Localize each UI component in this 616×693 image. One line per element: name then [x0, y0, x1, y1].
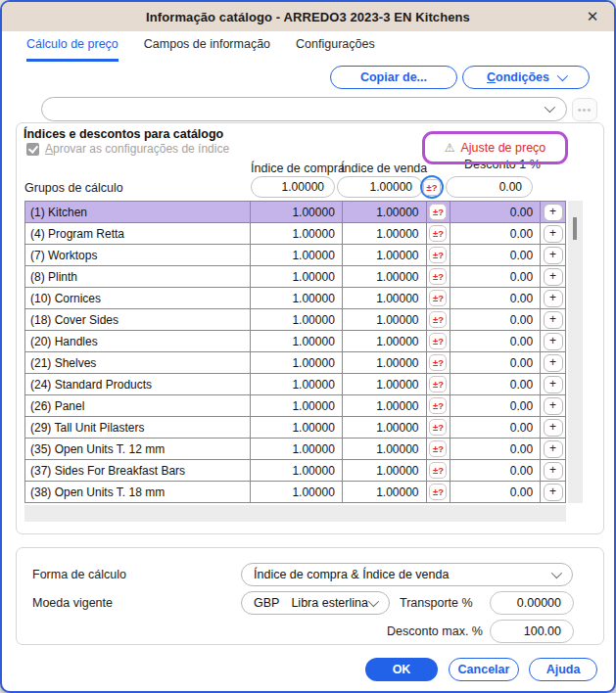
- row-add-button[interactable]: +: [544, 419, 563, 437]
- row-compra-value[interactable]: 1.00000: [250, 460, 342, 481]
- row-venda-value[interactable]: 1.00000: [342, 223, 426, 244]
- row-desconto-value[interactable]: 0.00: [450, 288, 540, 308]
- table-row[interactable]: (20) Handles 1.00000 1.00000 ±? 0.00 +: [24, 331, 566, 352]
- row-compra-value[interactable]: 1.00000: [250, 223, 342, 244]
- help-button[interactable]: Ajuda: [529, 658, 597, 681]
- table-row[interactable]: (29) Tall Unit Pilasters 1.00000 1.00000…: [24, 417, 566, 439]
- table-row[interactable]: (4) Program Retta 1.00000 1.00000 ±? 0.0…: [24, 223, 566, 245]
- tab-calculo-de-preco[interactable]: Cálculo de preço: [26, 37, 118, 62]
- row-add-button[interactable]: +: [544, 311, 563, 329]
- row-venda-value[interactable]: 1.00000: [342, 331, 426, 351]
- desconto-max-input[interactable]: 100.00: [490, 620, 574, 643]
- transporte-input[interactable]: 0.00000: [490, 591, 574, 615]
- row-add-button[interactable]: +: [544, 247, 563, 264]
- row-add-button[interactable]: +: [544, 484, 563, 501]
- row-add-button[interactable]: +: [544, 268, 563, 286]
- row-plusminus-button[interactable]: ±?: [429, 247, 447, 263]
- table-row[interactable]: (24) Standard Products 1.00000 1.00000 ±…: [24, 374, 566, 395]
- table-row[interactable]: (8) Plinth 1.00000 1.00000 ±? 0.00 +: [24, 266, 566, 288]
- row-compra-value[interactable]: 1.00000: [250, 288, 342, 308]
- row-add-button[interactable]: +: [544, 376, 563, 393]
- row-plusminus-button[interactable]: ±?: [429, 204, 447, 220]
- close-icon[interactable]: ✕: [583, 7, 602, 26]
- approve-index-settings-checkbox[interactable]: Aprovar as configurações de índice: [26, 142, 229, 156]
- row-desconto-value[interactable]: 0.00: [450, 202, 540, 222]
- tab-campos-de-informacao[interactable]: Campos de informação: [144, 37, 270, 62]
- row-add-button[interactable]: +: [544, 354, 563, 372]
- row-plusminus-button[interactable]: ±?: [429, 419, 447, 436]
- row-plusminus-button[interactable]: ±?: [429, 376, 447, 393]
- table-row[interactable]: (35) Open Units T. 12 mm 1.00000 1.00000…: [24, 439, 566, 460]
- scrollbar-thumb[interactable]: [573, 217, 577, 240]
- row-plusminus-button[interactable]: ±?: [429, 290, 447, 306]
- row-desconto-value[interactable]: 0.00: [450, 331, 540, 351]
- table-row[interactable]: (21) Shelves 1.00000 1.00000 ±? 0.00 +: [24, 352, 566, 374]
- table-row[interactable]: (26) Panel 1.00000 1.00000 ±? 0.00 +: [24, 395, 566, 417]
- row-venda-value[interactable]: 1.00000: [342, 245, 426, 265]
- conditions-button[interactable]: Condições: [462, 66, 590, 89]
- row-venda-value[interactable]: 1.00000: [342, 288, 426, 308]
- row-venda-value[interactable]: 1.00000: [342, 202, 426, 222]
- row-plusminus-button[interactable]: ±?: [429, 225, 447, 242]
- row-desconto-value[interactable]: 0.00: [450, 460, 540, 481]
- row-desconto-value[interactable]: 0.00: [450, 482, 540, 502]
- row-venda-value[interactable]: 1.00000: [342, 395, 426, 416]
- header-compra-input[interactable]: 1.00000: [251, 176, 335, 198]
- table-row[interactable]: (38) Open Units T. 18 mm 1.00000 1.00000…: [24, 482, 566, 503]
- row-plusminus-button[interactable]: ±?: [429, 397, 447, 414]
- header-desconto-input[interactable]: 0.00: [446, 176, 533, 198]
- row-compra-value[interactable]: 1.00000: [250, 309, 342, 330]
- row-desconto-value[interactable]: 0.00: [450, 266, 540, 287]
- copy-from-button[interactable]: Copiar de...: [330, 66, 457, 89]
- header-venda-input[interactable]: 1.00000: [337, 176, 423, 198]
- ok-button[interactable]: OK: [365, 658, 438, 681]
- row-desconto-value[interactable]: 0.00: [450, 352, 540, 373]
- table-row[interactable]: (37) Sides For Breakfast Bars 1.00000 1.…: [24, 460, 566, 482]
- row-add-button[interactable]: +: [544, 462, 563, 480]
- row-compra-value[interactable]: 1.00000: [250, 439, 342, 459]
- row-plusminus-button[interactable]: ±?: [429, 462, 447, 479]
- row-desconto-value[interactable]: 0.00: [450, 395, 540, 416]
- table-vertical-scrollbar[interactable]: [568, 201, 583, 503]
- row-plusminus-button[interactable]: ±?: [429, 333, 447, 349]
- row-desconto-value[interactable]: 0.00: [450, 374, 540, 394]
- row-plusminus-button[interactable]: ±?: [429, 268, 447, 285]
- row-plusminus-button[interactable]: ±?: [429, 354, 447, 371]
- table-horizontal-scrollbar[interactable]: [24, 505, 566, 522]
- row-venda-value[interactable]: 1.00000: [342, 266, 426, 287]
- table-row[interactable]: (7) Worktops 1.00000 1.00000 ±? 0.00 +: [24, 245, 566, 266]
- row-compra-value[interactable]: 1.00000: [250, 245, 342, 265]
- row-compra-value[interactable]: 1.00000: [250, 417, 342, 438]
- row-desconto-value[interactable]: 0.00: [450, 309, 540, 330]
- catalog-combobox[interactable]: [41, 97, 567, 121]
- row-desconto-value[interactable]: 0.00: [450, 439, 540, 459]
- table-row[interactable]: (18) Cover Sides 1.00000 1.00000 ±? 0.00…: [24, 309, 566, 331]
- moeda-vigente-dropdown[interactable]: GBP Libra esterlina: [241, 591, 390, 615]
- row-desconto-value[interactable]: 0.00: [450, 245, 540, 265]
- row-venda-value[interactable]: 1.00000: [342, 439, 426, 459]
- row-compra-value[interactable]: 1.00000: [250, 352, 342, 373]
- row-compra-value[interactable]: 1.00000: [250, 374, 342, 394]
- tab-configuracoes[interactable]: Configurações: [296, 37, 375, 62]
- row-add-button[interactable]: +: [544, 204, 563, 221]
- row-plusminus-button[interactable]: ±?: [429, 484, 447, 500]
- row-venda-value[interactable]: 1.00000: [342, 417, 426, 438]
- row-desconto-value[interactable]: 0.00: [450, 223, 540, 244]
- row-compra-value[interactable]: 1.00000: [250, 482, 342, 502]
- forma-de-calculo-dropdown[interactable]: Índice de compra & Índice de venda: [241, 563, 573, 586]
- row-compra-value[interactable]: 1.00000: [250, 266, 342, 287]
- table-row[interactable]: (1) Kitchen 1.00000 1.00000 ±? 0.00 +: [24, 202, 566, 223]
- row-add-button[interactable]: +: [544, 397, 563, 415]
- row-compra-value[interactable]: 1.00000: [250, 202, 342, 222]
- row-desconto-value[interactable]: 0.00: [450, 417, 540, 438]
- cancel-button[interactable]: Cancelar: [449, 658, 519, 681]
- row-add-button[interactable]: +: [544, 225, 563, 243]
- more-options-button[interactable]: •••: [572, 98, 597, 121]
- row-venda-value[interactable]: 1.00000: [342, 482, 426, 502]
- row-plusminus-button[interactable]: ±?: [429, 440, 447, 457]
- row-venda-value[interactable]: 1.00000: [342, 460, 426, 481]
- header-plusminus-button[interactable]: ±?: [423, 179, 441, 196]
- row-plusminus-button[interactable]: ±?: [429, 311, 447, 328]
- row-add-button[interactable]: +: [544, 440, 563, 458]
- row-add-button[interactable]: +: [544, 290, 563, 307]
